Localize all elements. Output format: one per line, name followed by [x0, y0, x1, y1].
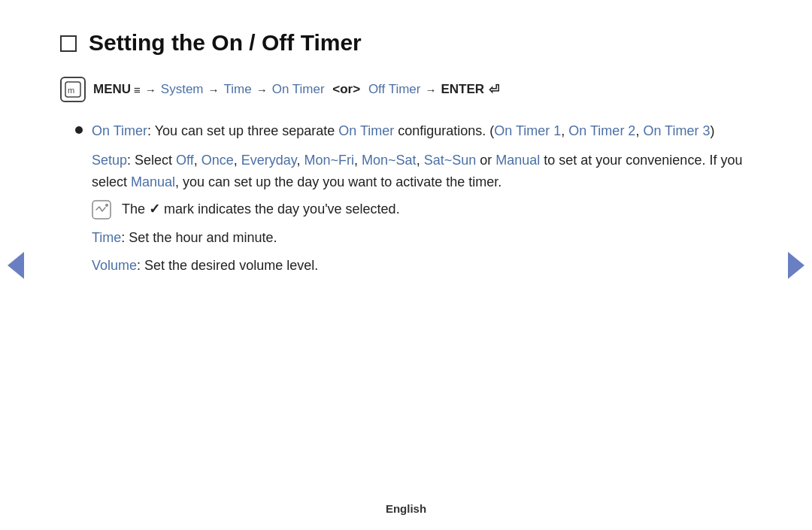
nav-enter: ENTER	[441, 82, 484, 97]
on-timer-label: On Timer	[92, 123, 147, 138]
nav-on-timer: On Timer	[272, 82, 325, 97]
setup-comma-3: ,	[297, 153, 304, 168]
setup-text-3: , you can set up the day you want to act…	[175, 174, 501, 189]
setup-label: Setup	[92, 153, 127, 168]
menu-label: MENU	[93, 82, 131, 97]
time-text: : Set the hour and minute.	[121, 230, 277, 245]
setup-manual: Manual	[495, 153, 540, 168]
arrow-4: →	[425, 83, 436, 96]
volume-item: Volume: Set the desired volume level.	[92, 255, 752, 277]
comma-1: ,	[561, 123, 568, 138]
setup-or: or	[476, 153, 495, 168]
volume-text: : Set the desired volume level.	[137, 258, 318, 273]
nav-system: System	[161, 82, 204, 97]
page-title: Setting the On / Off Timer	[89, 30, 362, 56]
setup-comma-5: ,	[417, 153, 424, 168]
svg-point-3	[105, 204, 108, 207]
on-timer-desc-1: : You can set up three separate	[147, 123, 338, 138]
checkmark-icon: ✓	[149, 201, 160, 217]
setup-sat-sun: Sat~Sun	[424, 153, 477, 168]
nav-time: Time	[224, 82, 252, 97]
close-paren: )	[710, 123, 714, 138]
menu-icon: m	[60, 77, 86, 102]
time-item: Time: Set the hour and minute.	[92, 227, 752, 249]
setup-mon-sat: Mon~Sat	[362, 153, 417, 168]
nav-or: <or>	[329, 82, 364, 97]
comma-2: ,	[635, 123, 643, 138]
on-timer-desc-2: configurations. (	[394, 123, 494, 138]
on-timer-bullet: On Timer: You can set up three separate …	[75, 120, 752, 142]
setup-everyday: Everyday	[241, 153, 297, 168]
arrow-3: →	[256, 83, 268, 96]
on-timer-mid: On Timer	[338, 123, 394, 138]
setup-manual-2: Manual	[131, 174, 175, 189]
arrow-2: →	[208, 83, 220, 96]
on-timer-3: On Timer 3	[643, 123, 710, 138]
setup-once: Once	[201, 153, 234, 168]
setup-text-1: : Select	[127, 153, 176, 168]
note-text-2: mark indicates the day you've selected.	[160, 201, 400, 217]
on-timer-1: On Timer 1	[494, 123, 561, 138]
on-timer-text: On Timer: You can set up three separate …	[92, 120, 714, 142]
setup-item: Setup: Select Off, Once, Everyday, Mon~F…	[92, 150, 752, 193]
volume-label: Volume	[92, 258, 137, 273]
nav-arrow-left[interactable]	[8, 252, 24, 279]
title-row: Setting the On / Off Timer	[60, 30, 752, 56]
note-row: The ✓ mark indicates the day you've sele…	[90, 198, 752, 221]
title-checkbox	[60, 35, 77, 52]
note-text: The ✓ mark indicates the day you've sele…	[122, 198, 400, 220]
note-text-1: The	[122, 201, 149, 217]
time-label: Time	[92, 230, 121, 245]
on-timer-2: On Timer 2	[568, 123, 635, 138]
footer-language: English	[386, 502, 426, 515]
setup-comma-4: ,	[354, 153, 362, 168]
page-container: Setting the On / Off Timer m MENU ≡ → Sy…	[0, 0, 812, 530]
content-area: On Timer: You can set up three separate …	[75, 120, 752, 277]
setup-comma-2: ,	[234, 153, 241, 168]
setup-mon-fri: Mon~Fri	[304, 153, 355, 168]
nav-off-timer: Off Timer	[368, 82, 421, 97]
note-icon	[90, 198, 113, 221]
menu-bars-icon: ≡	[134, 83, 141, 96]
bullet-dot	[75, 126, 83, 134]
setup-comma-1: ,	[194, 153, 201, 168]
arrow-1: →	[145, 83, 156, 96]
setup-off: Off	[176, 153, 194, 168]
nav-arrow-right[interactable]	[788, 252, 804, 279]
menu-nav: m MENU ≡ → System → Time → On Timer <or>…	[60, 77, 752, 102]
svg-text:m: m	[68, 86, 74, 95]
